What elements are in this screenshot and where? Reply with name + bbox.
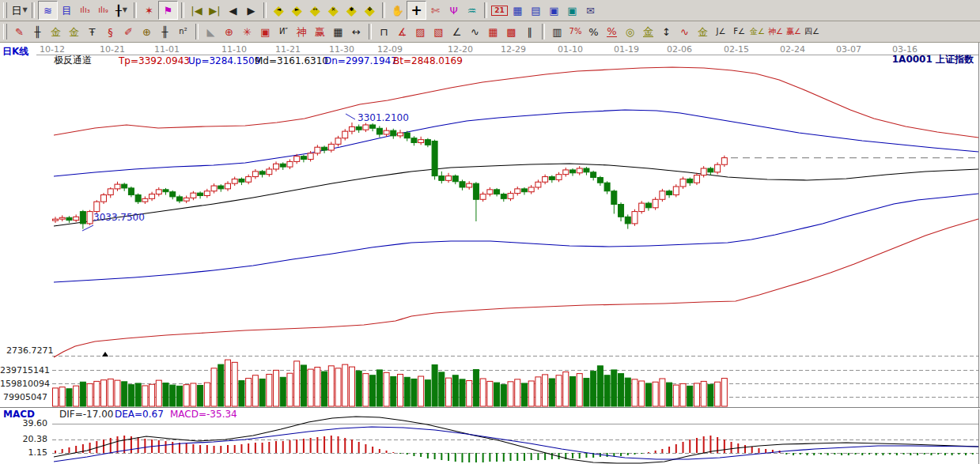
info-panel-button[interactable]: 目 — [58, 2, 76, 19]
stat-bars-button[interactable]: ▥ — [548, 23, 566, 40]
stamp-tool-button[interactable]: ✶ — [140, 2, 158, 19]
target-star-button[interactable]: ✳ — [238, 23, 256, 40]
nav-first-button[interactable]: |◀ — [187, 2, 206, 19]
percent-7-button[interactable]: 7% — [566, 23, 585, 40]
shen-tool-button[interactable]: 神 — [293, 23, 311, 40]
date-tick-label: 11-21 — [275, 44, 301, 55]
brush-tool-button[interactable]: ✎ — [10, 23, 28, 40]
fan-box-2-button[interactable]: ▧ — [429, 23, 448, 40]
gold-grid-button[interactable]: 金 — [47, 23, 65, 40]
period-selector-button[interactable]: 日▼ — [10, 2, 28, 19]
date-tick-label: 03-07 — [836, 44, 861, 55]
save-export-button[interactable]: ▣ — [563, 2, 581, 19]
volume-axis-tick: 79905047 — [0, 392, 47, 402]
diamond-right-button[interactable]: ◆► — [288, 2, 306, 19]
ying-tool-button[interactable]: 赢 — [311, 23, 329, 40]
analyze-tool-button[interactable]: ♒ — [463, 2, 481, 19]
app-window: 日▼≋目ılı₃ılı₉╂▼✶⚑|◀▶|◀▶◆◄◆►◆↔◆✕◆✱◆✥✋+✄Ψ♒2… — [0, 0, 980, 464]
toolbar-row-2: ✎╫金金Ŧ§✐⊕╫n²◣⊕✳▣И″神赢▦↔⊓∡▨▧∠∿▦▩∥▥7%%%◎金↕∿金… — [0, 21, 980, 43]
gold-slope-button[interactable]: 金∠ — [748, 23, 766, 40]
volume-axis-tick: 159810094 — [0, 379, 47, 389]
pen-tool-button[interactable]: ✐ — [119, 23, 138, 40]
wave-n-button[interactable]: И″ — [274, 23, 293, 40]
date-tick-label: 10-21 — [100, 44, 125, 55]
fan-rays-button[interactable]: ∡ — [393, 23, 411, 40]
diamond-cross-button[interactable]: ◆✕ — [324, 2, 342, 19]
wave-red-button[interactable]: ∿ — [675, 23, 694, 40]
diamond-star-button[interactable]: ◆✱ — [342, 2, 361, 19]
save-button[interactable]: ▣ — [545, 2, 563, 19]
compress-9-button[interactable]: ılı₉ — [94, 2, 112, 19]
high-price-label: 3301.2100 — [358, 113, 409, 123]
box-ruler-button[interactable]: ⊓ — [375, 23, 393, 40]
parallel-lines-button[interactable]: ∥ — [520, 23, 539, 40]
spiral-tool-button[interactable]: § — [101, 23, 119, 40]
calculator-button[interactable]: ▦ — [509, 2, 527, 19]
diamond-expand-button[interactable]: ◆↔ — [306, 2, 324, 19]
separator — [484, 2, 487, 18]
date-tick-label: 02-06 — [667, 44, 692, 55]
separator — [195, 24, 199, 40]
target-square-button[interactable]: ▣ — [256, 23, 274, 40]
zigzag-button[interactable]: ∿ — [466, 23, 484, 40]
shen-slope-button[interactable]: 神∠ — [766, 23, 785, 40]
indicator-value-label: Tp=3392.0943 — [119, 55, 190, 66]
hand-pan-button[interactable]: ✋ — [388, 2, 407, 19]
nav-next-button[interactable]: ▶ — [242, 2, 260, 19]
angle-lines-button[interactable]: ∠ — [448, 23, 466, 40]
date-tick-label: 10-12 — [40, 44, 65, 55]
print-button[interactable]: ✉ — [581, 2, 600, 19]
f-slope-button[interactable]: F∠ — [730, 23, 748, 40]
diamond-overlay-icon: ↔ — [313, 7, 318, 13]
percent-line-button[interactable]: % — [603, 23, 621, 40]
pattern-match-tool-button[interactable]: ≋ — [38, 1, 58, 20]
ying-slope-button[interactable]: 赢∠ — [785, 23, 803, 40]
fork-tool-button[interactable]: Ψ — [445, 2, 463, 19]
diamond-left-button[interactable]: ◆◄ — [270, 2, 288, 19]
candle-style-button[interactable]: ╂▼ — [112, 2, 131, 19]
report-button[interactable]: ▤ — [527, 2, 545, 19]
calendar-button[interactable]: 21 — [490, 2, 509, 19]
hash-ruler-2-button[interactable]: ╫ — [156, 23, 174, 40]
date-tick-label: 01-10 — [558, 44, 583, 55]
toolbar-grip — [3, 24, 7, 40]
gold-wave-button[interactable]: 金 — [694, 23, 712, 40]
f-grid-button[interactable]: Ŧ — [83, 23, 101, 40]
grid-123-button[interactable]: ▦ — [329, 23, 347, 40]
nav-prev-button[interactable]: ◀ — [224, 2, 242, 19]
chart-canvas[interactable] — [0, 0, 980, 464]
circle-ruler-button[interactable]: ⊕ — [138, 23, 156, 40]
date-tick-label: 02-24 — [780, 44, 805, 55]
dropdown-arrow-icon: ▼ — [22, 7, 27, 13]
diamond-overlay-icon: ✥ — [368, 7, 373, 13]
pane-min-label: 2736.7271 — [6, 345, 54, 356]
grid-red-button[interactable]: ▦ — [484, 23, 502, 40]
n2-ruler-button[interactable]: n² — [174, 23, 192, 40]
date-tick-label: 12-09 — [377, 44, 403, 55]
target-cross-button[interactable]: ⊕ — [220, 23, 238, 40]
compress-3-button[interactable]: ılı₃ — [76, 2, 94, 19]
flag-tool-button[interactable]: ⚑ — [158, 1, 178, 20]
date-tick-label: 11-10 — [221, 44, 247, 55]
grid-red-2-button[interactable]: ▩ — [502, 23, 520, 40]
diamond-overlay-icon: ◄ — [277, 7, 281, 13]
gold-grid-2-button[interactable]: 金 — [65, 23, 83, 40]
si-slope-button[interactable]: 四∠ — [803, 23, 821, 40]
width-arrows-button[interactable]: ↔ — [347, 23, 365, 40]
gold-circle-button[interactable]: ◎ — [621, 23, 639, 40]
percent-button[interactable]: % — [585, 23, 603, 40]
fan-box-button[interactable]: ▨ — [411, 23, 429, 40]
triangle-flag-button[interactable]: ◣ — [202, 23, 220, 40]
crosshair-button[interactable]: + — [407, 1, 426, 20]
nav-last-button[interactable]: ▶| — [206, 2, 224, 19]
chart-type-label: 日K线 — [2, 47, 28, 57]
diamond-move-button[interactable]: ◆✥ — [361, 2, 379, 19]
date-tick-label: 11-01 — [154, 44, 180, 55]
j-slope-button[interactable]: J∠ — [712, 23, 730, 40]
hash-ruler-button[interactable]: ╫ — [28, 23, 47, 40]
diamond-overlay-icon: ► — [295, 7, 299, 13]
separator — [134, 2, 137, 18]
updown-button[interactable]: ↕ — [657, 23, 675, 40]
gold-line-button[interactable]: 金 — [639, 23, 657, 40]
pointer-tag-button[interactable]: ✄ — [426, 2, 445, 19]
